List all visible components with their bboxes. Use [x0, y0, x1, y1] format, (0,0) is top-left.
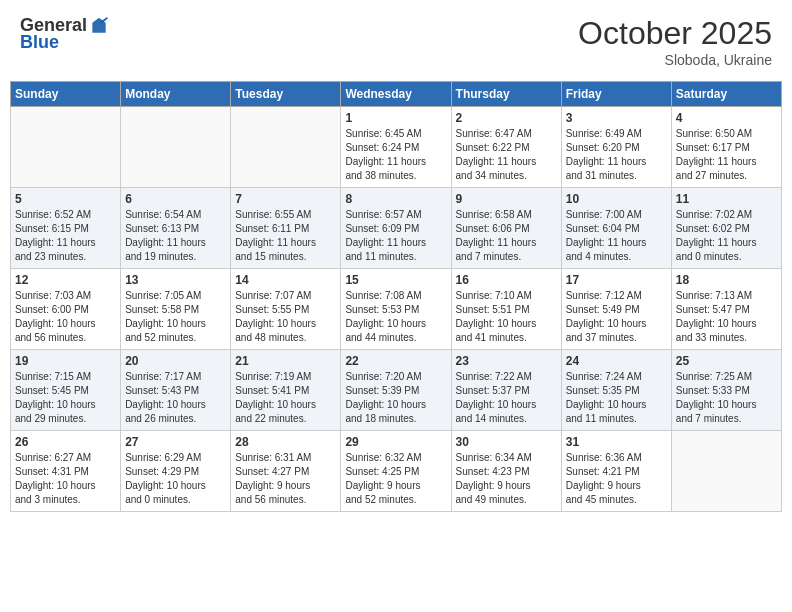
- table-row: 3Sunrise: 6:49 AM Sunset: 6:20 PM Daylig…: [561, 107, 671, 188]
- table-row: [231, 107, 341, 188]
- day-info: Sunrise: 6:32 AM Sunset: 4:25 PM Dayligh…: [345, 451, 446, 507]
- table-row: 22Sunrise: 7:20 AM Sunset: 5:39 PM Dayli…: [341, 350, 451, 431]
- header-wednesday: Wednesday: [341, 82, 451, 107]
- day-info: Sunrise: 7:22 AM Sunset: 5:37 PM Dayligh…: [456, 370, 557, 426]
- day-info: Sunrise: 7:10 AM Sunset: 5:51 PM Dayligh…: [456, 289, 557, 345]
- day-info: Sunrise: 7:24 AM Sunset: 5:35 PM Dayligh…: [566, 370, 667, 426]
- day-info: Sunrise: 7:13 AM Sunset: 5:47 PM Dayligh…: [676, 289, 777, 345]
- day-info: Sunrise: 7:08 AM Sunset: 5:53 PM Dayligh…: [345, 289, 446, 345]
- table-row: 14Sunrise: 7:07 AM Sunset: 5:55 PM Dayli…: [231, 269, 341, 350]
- day-info: Sunrise: 7:12 AM Sunset: 5:49 PM Dayligh…: [566, 289, 667, 345]
- day-info: Sunrise: 7:19 AM Sunset: 5:41 PM Dayligh…: [235, 370, 336, 426]
- day-number: 26: [15, 435, 116, 449]
- table-row: 11Sunrise: 7:02 AM Sunset: 6:02 PM Dayli…: [671, 188, 781, 269]
- title-area: October 2025 Sloboda, Ukraine: [578, 15, 772, 68]
- day-number: 22: [345, 354, 446, 368]
- day-number: 12: [15, 273, 116, 287]
- table-row: 8Sunrise: 6:57 AM Sunset: 6:09 PM Daylig…: [341, 188, 451, 269]
- day-info: Sunrise: 7:07 AM Sunset: 5:55 PM Dayligh…: [235, 289, 336, 345]
- day-number: 14: [235, 273, 336, 287]
- table-row: 24Sunrise: 7:24 AM Sunset: 5:35 PM Dayli…: [561, 350, 671, 431]
- weekday-header-row: Sunday Monday Tuesday Wednesday Thursday…: [11, 82, 782, 107]
- day-number: 2: [456, 111, 557, 125]
- day-number: 6: [125, 192, 226, 206]
- day-number: 10: [566, 192, 667, 206]
- day-number: 24: [566, 354, 667, 368]
- day-info: Sunrise: 7:02 AM Sunset: 6:02 PM Dayligh…: [676, 208, 777, 264]
- table-row: 27Sunrise: 6:29 AM Sunset: 4:29 PM Dayli…: [121, 431, 231, 512]
- day-number: 21: [235, 354, 336, 368]
- table-row: 2Sunrise: 6:47 AM Sunset: 6:22 PM Daylig…: [451, 107, 561, 188]
- table-row: [671, 431, 781, 512]
- day-info: Sunrise: 6:29 AM Sunset: 4:29 PM Dayligh…: [125, 451, 226, 507]
- day-number: 4: [676, 111, 777, 125]
- logo-text-blue: Blue: [20, 32, 59, 53]
- table-row: 23Sunrise: 7:22 AM Sunset: 5:37 PM Dayli…: [451, 350, 561, 431]
- header-monday: Monday: [121, 82, 231, 107]
- table-row: 29Sunrise: 6:32 AM Sunset: 4:25 PM Dayli…: [341, 431, 451, 512]
- calendar-week-row: 5Sunrise: 6:52 AM Sunset: 6:15 PM Daylig…: [11, 188, 782, 269]
- table-row: 13Sunrise: 7:05 AM Sunset: 5:58 PM Dayli…: [121, 269, 231, 350]
- calendar-week-row: 19Sunrise: 7:15 AM Sunset: 5:45 PM Dayli…: [11, 350, 782, 431]
- day-number: 27: [125, 435, 226, 449]
- table-row: 7Sunrise: 6:55 AM Sunset: 6:11 PM Daylig…: [231, 188, 341, 269]
- day-info: Sunrise: 6:31 AM Sunset: 4:27 PM Dayligh…: [235, 451, 336, 507]
- day-number: 15: [345, 273, 446, 287]
- day-number: 30: [456, 435, 557, 449]
- day-info: Sunrise: 7:03 AM Sunset: 6:00 PM Dayligh…: [15, 289, 116, 345]
- day-number: 3: [566, 111, 667, 125]
- page-header: General Blue October 2025 Sloboda, Ukrai…: [10, 10, 782, 73]
- logo-icon: [89, 16, 109, 36]
- table-row: 9Sunrise: 6:58 AM Sunset: 6:06 PM Daylig…: [451, 188, 561, 269]
- header-friday: Friday: [561, 82, 671, 107]
- table-row: 6Sunrise: 6:54 AM Sunset: 6:13 PM Daylig…: [121, 188, 231, 269]
- table-row: 26Sunrise: 6:27 AM Sunset: 4:31 PM Dayli…: [11, 431, 121, 512]
- logo: General Blue: [20, 15, 109, 53]
- day-info: Sunrise: 6:54 AM Sunset: 6:13 PM Dayligh…: [125, 208, 226, 264]
- day-number: 19: [15, 354, 116, 368]
- day-info: Sunrise: 6:50 AM Sunset: 6:17 PM Dayligh…: [676, 127, 777, 183]
- day-number: 31: [566, 435, 667, 449]
- table-row: 1Sunrise: 6:45 AM Sunset: 6:24 PM Daylig…: [341, 107, 451, 188]
- table-row: 10Sunrise: 7:00 AM Sunset: 6:04 PM Dayli…: [561, 188, 671, 269]
- day-number: 28: [235, 435, 336, 449]
- day-info: Sunrise: 7:05 AM Sunset: 5:58 PM Dayligh…: [125, 289, 226, 345]
- day-number: 11: [676, 192, 777, 206]
- day-number: 20: [125, 354, 226, 368]
- table-row: 30Sunrise: 6:34 AM Sunset: 4:23 PM Dayli…: [451, 431, 561, 512]
- day-info: Sunrise: 7:00 AM Sunset: 6:04 PM Dayligh…: [566, 208, 667, 264]
- day-number: 13: [125, 273, 226, 287]
- day-number: 25: [676, 354, 777, 368]
- table-row: 5Sunrise: 6:52 AM Sunset: 6:15 PM Daylig…: [11, 188, 121, 269]
- calendar-week-row: 26Sunrise: 6:27 AM Sunset: 4:31 PM Dayli…: [11, 431, 782, 512]
- table-row: 20Sunrise: 7:17 AM Sunset: 5:43 PM Dayli…: [121, 350, 231, 431]
- calendar-week-row: 12Sunrise: 7:03 AM Sunset: 6:00 PM Dayli…: [11, 269, 782, 350]
- calendar-table: Sunday Monday Tuesday Wednesday Thursday…: [10, 81, 782, 512]
- day-info: Sunrise: 6:49 AM Sunset: 6:20 PM Dayligh…: [566, 127, 667, 183]
- day-number: 8: [345, 192, 446, 206]
- table-row: [11, 107, 121, 188]
- day-info: Sunrise: 6:36 AM Sunset: 4:21 PM Dayligh…: [566, 451, 667, 507]
- header-sunday: Sunday: [11, 82, 121, 107]
- day-number: 9: [456, 192, 557, 206]
- day-number: 7: [235, 192, 336, 206]
- day-number: 29: [345, 435, 446, 449]
- day-info: Sunrise: 7:17 AM Sunset: 5:43 PM Dayligh…: [125, 370, 226, 426]
- table-row: 16Sunrise: 7:10 AM Sunset: 5:51 PM Dayli…: [451, 269, 561, 350]
- day-info: Sunrise: 6:27 AM Sunset: 4:31 PM Dayligh…: [15, 451, 116, 507]
- month-title: October 2025: [578, 15, 772, 52]
- table-row: 18Sunrise: 7:13 AM Sunset: 5:47 PM Dayli…: [671, 269, 781, 350]
- day-info: Sunrise: 6:55 AM Sunset: 6:11 PM Dayligh…: [235, 208, 336, 264]
- table-row: 4Sunrise: 6:50 AM Sunset: 6:17 PM Daylig…: [671, 107, 781, 188]
- location: Sloboda, Ukraine: [578, 52, 772, 68]
- day-number: 1: [345, 111, 446, 125]
- day-info: Sunrise: 6:58 AM Sunset: 6:06 PM Dayligh…: [456, 208, 557, 264]
- table-row: 12Sunrise: 7:03 AM Sunset: 6:00 PM Dayli…: [11, 269, 121, 350]
- day-number: 16: [456, 273, 557, 287]
- day-info: Sunrise: 6:45 AM Sunset: 6:24 PM Dayligh…: [345, 127, 446, 183]
- day-number: 17: [566, 273, 667, 287]
- day-info: Sunrise: 6:57 AM Sunset: 6:09 PM Dayligh…: [345, 208, 446, 264]
- table-row: [121, 107, 231, 188]
- table-row: 28Sunrise: 6:31 AM Sunset: 4:27 PM Dayli…: [231, 431, 341, 512]
- day-info: Sunrise: 6:52 AM Sunset: 6:15 PM Dayligh…: [15, 208, 116, 264]
